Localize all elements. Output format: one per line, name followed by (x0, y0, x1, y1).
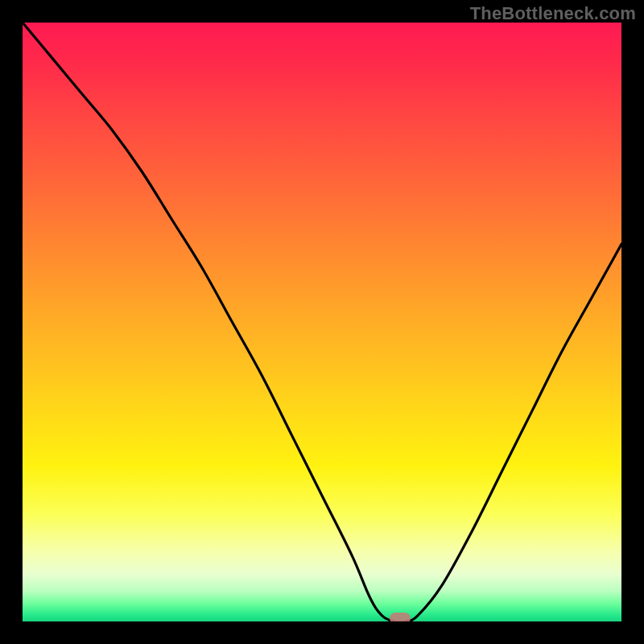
plot-area (23, 23, 621, 621)
bottleneck-curve (23, 23, 621, 621)
chart-frame: TheBottleneck.com (0, 0, 644, 644)
curve-path (23, 23, 621, 621)
watermark-text: TheBottleneck.com (470, 3, 636, 24)
min-marker (390, 613, 411, 621)
